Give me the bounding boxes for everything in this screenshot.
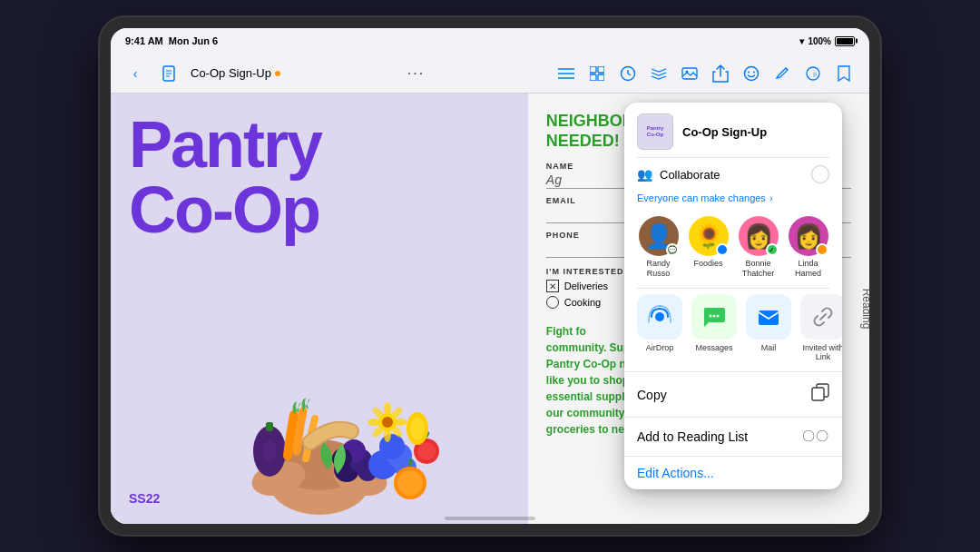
- svg-rect-57: [759, 310, 779, 325]
- deliveries-label: Deliveries: [564, 281, 608, 291]
- svg-point-41: [384, 402, 391, 417]
- share-button[interactable]: [706, 59, 735, 88]
- svg-rect-10: [598, 74, 604, 81]
- document-title: Co-Op Sign-Up: [191, 66, 280, 80]
- svg-rect-7: [590, 66, 596, 73]
- svg-rect-8: [598, 66, 604, 73]
- avatar-foodies[interactable]: 🌻 Foodies: [689, 216, 729, 279]
- avatar-bonnie[interactable]: 👩 ✓ BonnieThatcher: [739, 216, 779, 279]
- edit-actions-button[interactable]: Edit Actions...: [624, 456, 842, 489]
- reading-list-label: Add to Reading List: [637, 429, 802, 444]
- history-button[interactable]: [613, 59, 642, 88]
- pantry-title: PantryCo-Op: [129, 112, 510, 242]
- time: 9:41 AM: [125, 35, 163, 46]
- ipad-device: 9:41 AM Mon Jun 6 ▾ 100% ‹: [100, 17, 880, 535]
- svg-point-17: [748, 71, 750, 73]
- bookmark-button[interactable]: [829, 59, 858, 88]
- foodies-name: Foodies: [693, 259, 722, 269]
- status-right: ▾ 100%: [799, 36, 855, 46]
- reading-list-icon: 〇〇: [802, 429, 829, 445]
- collaborate-icon: 👥: [637, 167, 652, 182]
- doc-thumbnail: PantryCo-Op: [637, 113, 673, 150]
- svg-point-52: [410, 417, 425, 440]
- reading-sidebar-text: Reading: [861, 289, 869, 330]
- document-icon[interactable]: [156, 60, 183, 87]
- emoji-button[interactable]: [737, 59, 766, 88]
- cooking-label: Cooking: [564, 297, 601, 308]
- svg-point-38: [397, 470, 423, 496]
- pantry-left-panel: PantryCo-Op SS22: [111, 94, 528, 524]
- deliveries-checkbox: ✕: [546, 280, 559, 292]
- svg-line-19: [786, 68, 788, 70]
- svg-point-53: [655, 312, 664, 321]
- permissions-row[interactable]: Everyone can make changes ›: [624, 191, 842, 211]
- avatars-row: 👤 💬 RandyRusso 🌻 Foodies: [624, 211, 842, 288]
- permissions-label: Everyone can make changes: [637, 192, 766, 203]
- svg-point-35: [379, 434, 405, 459]
- format-button[interactable]: [644, 59, 673, 88]
- linda-name: LindaHamed: [795, 259, 821, 279]
- grid-view-button[interactable]: [583, 59, 612, 88]
- svg-point-44: [393, 419, 407, 426]
- airdrop-button[interactable]: AirDrop: [637, 294, 682, 363]
- mail-label: Mail: [761, 343, 777, 353]
- wifi-icon: ▾: [799, 36, 804, 46]
- svg-point-54: [710, 314, 712, 317]
- svg-point-18: [753, 71, 755, 73]
- airdrop-label: AirDrop: [646, 343, 674, 353]
- pantry-illustration: SS22: [129, 242, 510, 515]
- cooking-checkbox: [546, 296, 559, 309]
- messages-label: Messages: [695, 343, 732, 353]
- airdrop-icon: [637, 294, 682, 340]
- mail-button[interactable]: Mail: [746, 294, 791, 363]
- avatar-randy[interactable]: 👤 💬 RandyRusso: [639, 216, 679, 279]
- copy-button[interactable]: Copy: [624, 371, 842, 417]
- battery-icon: [835, 36, 855, 46]
- svg-rect-26: [266, 422, 273, 431]
- back-button[interactable]: ‹: [122, 60, 149, 87]
- add-to-reading-list-button[interactable]: Add to Reading List 〇〇: [624, 417, 842, 456]
- invited-with-link-label: Invited withLink: [802, 343, 842, 363]
- status-bar: 9:41 AM Mon Jun 6 ▾ 100%: [111, 28, 869, 54]
- avatar-linda[interactable]: 👩 LindaHamed: [789, 216, 828, 279]
- collaborate-label: Collaborate: [660, 168, 804, 182]
- main-content: PantryCo-Op SS22: [111, 94, 869, 524]
- svg-rect-9: [590, 74, 596, 81]
- popover-title: Co-Op Sign-Up: [682, 125, 767, 139]
- mail-icon: [746, 294, 791, 340]
- messages-button[interactable]: Messages: [691, 294, 737, 363]
- svg-point-42: [384, 428, 391, 442]
- svg-point-16: [745, 66, 759, 80]
- collaborate-row[interactable]: 👥 Collaborate: [624, 158, 842, 191]
- messages-icon: [691, 294, 737, 340]
- svg-point-56: [717, 314, 720, 317]
- svg-point-50: [417, 442, 436, 460]
- unsaved-dot: [275, 71, 280, 76]
- toolbar: ‹ Co-Op Sign-Up ···: [111, 54, 869, 94]
- insert-image-button[interactable]: [675, 59, 704, 88]
- link-icon: [800, 294, 842, 340]
- date: Mon Jun 6: [169, 35, 218, 46]
- markup-button[interactable]: [768, 59, 797, 88]
- chevron-right-icon: ›: [769, 192, 773, 203]
- home-indicator: [445, 517, 535, 520]
- ipad-screen: 9:41 AM Mon Jun 6 ▾ 100% ‹: [111, 28, 869, 524]
- svg-point-27: [262, 440, 277, 462]
- battery-percent: 100%: [808, 36, 831, 46]
- share-actions: AirDrop Messages: [624, 289, 842, 372]
- svg-point-55: [713, 314, 716, 317]
- list-view-button[interactable]: [552, 59, 581, 88]
- more-options-button[interactable]: ···: [407, 65, 425, 82]
- sticker-button[interactable]: [799, 59, 828, 88]
- svg-rect-59: [812, 388, 824, 400]
- edit-actions-label: Edit Actions...: [637, 466, 714, 480]
- svg-point-43: [368, 419, 382, 426]
- copy-label: Copy: [637, 388, 811, 402]
- randy-name: RandyRusso: [646, 259, 670, 279]
- collaborate-toggle[interactable]: [811, 165, 829, 183]
- invited-with-link-button[interactable]: Invited withLink: [800, 294, 842, 363]
- share-popover: PantryCo-Op Co-Op Sign-Up 👥 Collaborate …: [624, 103, 842, 489]
- status-left: 9:41 AM Mon Jun 6: [125, 35, 218, 46]
- veggie-svg: [192, 324, 446, 515]
- bonnie-name: BonnieThatcher: [742, 259, 775, 279]
